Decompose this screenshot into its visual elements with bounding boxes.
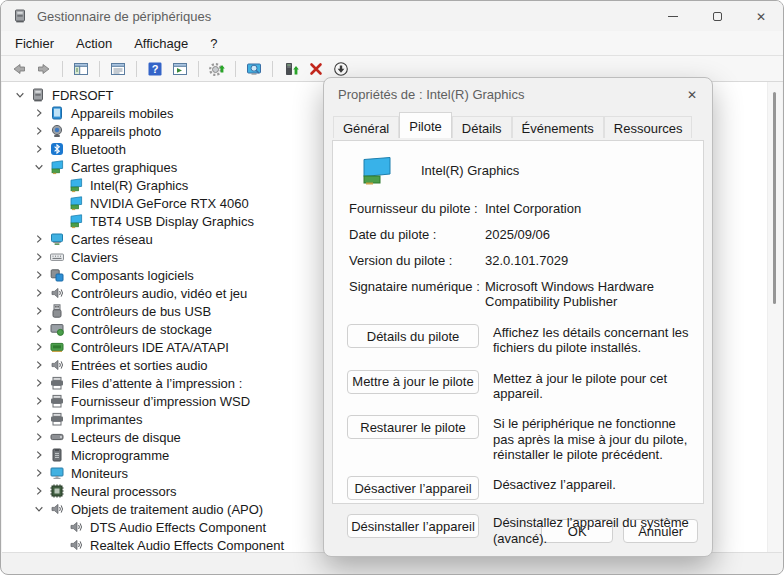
monitor-icon xyxy=(49,465,65,481)
tree-item-label: Lecteurs de disque xyxy=(71,430,181,445)
maximize-button[interactable] xyxy=(695,1,739,31)
tree-item-label: Composants logiciels xyxy=(71,268,194,283)
disk-drive-icon xyxy=(49,429,65,445)
tree-item-label: Contrôleurs de stockage xyxy=(71,322,212,337)
chevron-right-icon[interactable] xyxy=(31,411,47,427)
chevron-down-icon[interactable] xyxy=(31,159,47,175)
speaker-icon xyxy=(49,285,65,301)
chevron-right-icon[interactable] xyxy=(31,105,47,121)
driver-details-button[interactable]: Détails du pilote xyxy=(347,324,479,348)
window-title: Gestionnaire de périphériques xyxy=(37,9,211,24)
keyboard-icon xyxy=(49,249,65,265)
tab-événements[interactable]: Événements xyxy=(512,116,604,138)
tree-item-label: Microprogramme xyxy=(71,448,169,463)
help-button[interactable]: ? xyxy=(143,58,167,80)
info-value: Intel Corporation xyxy=(485,201,689,216)
disable-device-button[interactable]: Désactiver l’appareil xyxy=(347,476,479,500)
info-label: Signataire numérique : xyxy=(349,279,481,309)
chevron-down-icon[interactable] xyxy=(12,87,28,103)
chevron-right-icon[interactable] xyxy=(31,321,47,337)
uninstall-device-button[interactable] xyxy=(304,58,328,80)
uninstall-device-button[interactable]: Désinstaller l’appareil xyxy=(347,514,479,538)
chevron-right-icon[interactable] xyxy=(31,267,47,283)
menu-item-?[interactable]: ? xyxy=(199,33,228,54)
menu-item-fichier[interactable]: Fichier xyxy=(4,33,65,54)
info-value: 2025/09/06 xyxy=(485,227,689,242)
chevron-right-icon[interactable] xyxy=(31,429,47,445)
action-description: Affichez les détails concernant les fich… xyxy=(493,324,689,356)
show-console-tree-button[interactable] xyxy=(69,58,93,80)
display-adapter-icon xyxy=(68,195,84,211)
display-adapter-icon xyxy=(49,159,65,175)
chevron-right-icon[interactable] xyxy=(31,393,47,409)
back-button[interactable] xyxy=(7,58,31,80)
chevron-right-icon[interactable] xyxy=(31,357,47,373)
firmware-icon xyxy=(49,447,65,463)
roll-back-driver-button[interactable]: Restaurer le pilote xyxy=(347,415,479,439)
action-description: Désactivez l’appareil. xyxy=(493,476,689,492)
tree-item-label: Claviers xyxy=(71,250,118,265)
camera-icon xyxy=(49,123,65,139)
tree-item-label: Imprimantes xyxy=(71,412,143,427)
chevron-placeholder xyxy=(50,537,66,552)
info-label: Version du pilote : xyxy=(349,253,481,268)
action-description: Si le périphérique ne fonctionne pas apr… xyxy=(493,415,689,462)
device-name: Intel(R) Graphics xyxy=(421,163,519,178)
forward-button[interactable] xyxy=(32,58,56,80)
speaker-icon xyxy=(68,537,84,552)
chevron-right-icon[interactable] xyxy=(31,303,47,319)
maximize-icon xyxy=(713,12,722,21)
title-bar: Gestionnaire de périphériques xyxy=(1,1,783,31)
toolbar-separator xyxy=(235,61,236,77)
close-button[interactable] xyxy=(739,1,783,31)
chevron-right-icon[interactable] xyxy=(31,249,47,265)
chevron-right-icon[interactable] xyxy=(31,483,47,499)
scan-hardware-changes-button[interactable] xyxy=(205,58,229,80)
tree-item-label: Contrôleurs de bus USB xyxy=(71,304,211,319)
chevron-placeholder xyxy=(50,519,66,535)
chevron-right-icon[interactable] xyxy=(31,375,47,391)
chevron-down-icon[interactable] xyxy=(31,501,47,517)
dialog-close-button[interactable] xyxy=(672,78,712,110)
bluetooth-icon xyxy=(49,141,65,157)
display-adapter-icon xyxy=(68,177,84,193)
scrollbar-thumb[interactable] xyxy=(773,92,776,304)
chevron-placeholder xyxy=(50,195,66,211)
toolbar-separator xyxy=(198,61,199,77)
chevron-right-icon[interactable] xyxy=(31,123,47,139)
chevron-right-icon[interactable] xyxy=(31,465,47,481)
chevron-placeholder xyxy=(50,177,66,193)
tab-ressources[interactable]: Ressources xyxy=(604,116,693,138)
search-computer-button[interactable] xyxy=(242,58,266,80)
printer-icon xyxy=(49,393,65,409)
update-driver-button[interactable]: Mettre à jour le pilote xyxy=(347,370,479,394)
chevron-right-icon[interactable] xyxy=(31,285,47,301)
chevron-right-icon[interactable] xyxy=(31,339,47,355)
tree-scrollbar[interactable] xyxy=(767,82,782,552)
tree-item-label: Bluetooth xyxy=(71,142,126,157)
driver-actions: Détails du piloteAffichez les détails co… xyxy=(347,324,689,546)
device-header: Intel(R) Graphics xyxy=(359,155,689,185)
display-adapter-icon xyxy=(359,155,395,185)
chevron-right-icon[interactable] xyxy=(31,231,47,247)
minimize-button[interactable] xyxy=(651,1,695,31)
dialog-title: Propriétés de : Intel(R) Graphics xyxy=(338,87,524,102)
tab-détails[interactable]: Détails xyxy=(452,116,512,138)
action-row: Restaurer le piloteSi le périphérique ne… xyxy=(347,415,689,462)
show-results-pane-button[interactable] xyxy=(168,58,192,80)
chevron-right-icon[interactable] xyxy=(31,141,47,157)
properties-button[interactable] xyxy=(106,58,130,80)
dialog-tabs: GénéralPiloteDétailsÉvénementsRessources xyxy=(324,110,712,138)
tab-pilote[interactable]: Pilote xyxy=(399,112,452,138)
update-driver-button[interactable] xyxy=(279,58,303,80)
tree-item-label: Contrôleurs IDE ATA/ATAPI xyxy=(71,340,229,355)
tree-item-label: Fournisseur d’impression WSD xyxy=(71,394,250,409)
tab-général[interactable]: Général xyxy=(333,116,399,138)
menu-item-action[interactable]: Action xyxy=(65,33,123,54)
app-window: Gestionnaire de périphériques FichierAct… xyxy=(0,0,784,575)
menu-item-affichage[interactable]: Affichage xyxy=(123,33,199,54)
printer-icon xyxy=(49,411,65,427)
action-row: Mettre à jour le piloteMettez à jour le … xyxy=(347,370,689,402)
chevron-right-icon[interactable] xyxy=(31,447,47,463)
network-adapter-icon xyxy=(49,231,65,247)
